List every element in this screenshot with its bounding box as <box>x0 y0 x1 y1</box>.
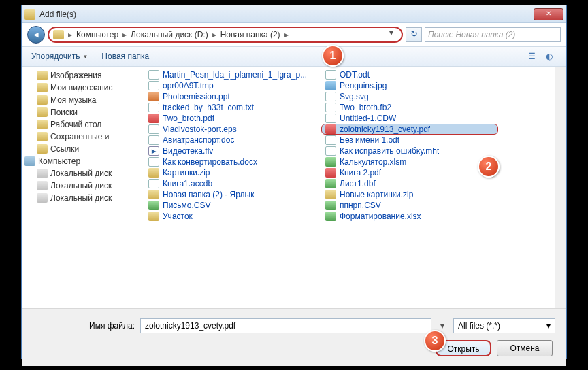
file-item[interactable]: Книга1.accdb <box>144 178 321 189</box>
file-item[interactable]: Photoemission.ppt <box>144 91 321 102</box>
tree-item[interactable]: Мои видеозапис <box>22 82 144 94</box>
chevron-right-icon[interactable]: ▸ <box>121 30 128 39</box>
tree-item[interactable]: Компьютер <box>22 155 144 167</box>
file-item[interactable]: ODT.odt <box>321 69 498 80</box>
file-list[interactable]: Martin_Pesn_lda_i_plameni_1_Igra_p...opr… <box>144 67 555 308</box>
file-item[interactable]: Vladivostok-port.eps <box>144 124 321 135</box>
file-item[interactable]: Калькулятор.xlsm <box>321 156 498 167</box>
file-icon <box>325 103 336 112</box>
file-column: Martin_Pesn_lda_i_plameni_1_Igra_p...opr… <box>144 69 321 222</box>
close-button[interactable]: ✕ <box>534 8 564 20</box>
file-item[interactable]: Участок <box>144 211 321 222</box>
chevron-right-icon[interactable]: ▸ <box>67 30 74 39</box>
tree-label: Моя музыка <box>50 95 96 105</box>
breadcrumb-folder[interactable]: Новая папка (2) <box>218 30 283 39</box>
tree-icon <box>37 181 48 190</box>
back-button[interactable]: ◄ <box>27 26 45 44</box>
file-item[interactable]: Two_broth.pdf <box>144 113 321 124</box>
file-icon <box>325 190 336 199</box>
file-item[interactable]: opr00A9T.tmp <box>144 80 321 91</box>
file-item[interactable]: Как исправить ошибку.mht <box>321 146 498 156</box>
chevron-right-icon[interactable]: ▸ <box>283 30 290 39</box>
file-name: Авиатранспорт.doc <box>163 135 234 145</box>
tree-item[interactable]: Рабочий стол <box>22 118 144 131</box>
tree-icon <box>37 132 48 141</box>
breadcrumb-computer[interactable]: Компьютер <box>74 30 121 39</box>
cancel-button[interactable]: Отмена <box>497 340 553 356</box>
file-name: Письмо.CSV <box>163 201 211 210</box>
file-icon <box>148 190 159 199</box>
view-mode-button[interactable]: ☰ <box>524 50 539 63</box>
file-name: Без имени 1.odt <box>340 135 399 145</box>
filename-input[interactable] <box>140 318 431 333</box>
file-name: Martin_Pesn_lda_i_plameni_1_Igra_p... <box>163 70 307 80</box>
filter-label: All files (*.*) <box>458 321 500 331</box>
file-item[interactable]: Книга 2.pdf <box>321 167 498 178</box>
tree-icon <box>37 193 48 203</box>
file-item[interactable]: zolotnicky1913_cvety.pdf <box>321 124 498 135</box>
file-icon <box>325 179 336 188</box>
file-item[interactable]: tracked_by_h33t_com.txt <box>144 102 321 113</box>
file-item[interactable]: Svg.svg <box>321 91 498 102</box>
file-column: ODT.odtPenguins.jpgSvg.svgTwo_broth.fb2U… <box>321 69 498 222</box>
breadcrumb[interactable]: ▸ Компьютер ▸ Локальный диск (D:) ▸ Нова… <box>48 27 403 43</box>
organize-menu[interactable]: Упорядочить ▼ <box>31 52 88 61</box>
file-name: Untitled-1.CDW <box>340 114 396 123</box>
file-item[interactable]: Письмо.CSV <box>144 200 321 211</box>
bottom-panel: Имя файла: ▾ All files (*.*) ▾ Открыть О… <box>22 308 566 366</box>
file-icon <box>148 124 159 134</box>
file-item[interactable]: Лист1.dbf <box>321 178 498 189</box>
scrollbar[interactable] <box>555 67 566 308</box>
tree-item[interactable]: Локальный диск <box>22 167 144 180</box>
breadcrumb-drive[interactable]: Локальный диск (D:) <box>128 30 211 39</box>
tree-item[interactable]: Локальный диск <box>22 180 144 192</box>
file-icon <box>325 201 336 210</box>
file-icon <box>148 168 159 178</box>
newfolder-label: Новая папка <box>101 52 149 61</box>
file-item[interactable]: Two_broth.fb2 <box>321 102 498 113</box>
filter-select[interactable]: All files (*.*) ▾ <box>453 318 555 333</box>
file-name: Новая папка (2) - Ярлык <box>163 190 254 199</box>
file-item[interactable]: ппнрп.CSV <box>321 200 498 211</box>
file-name: Картинки.zip <box>163 168 210 178</box>
tree-item[interactable]: Моя музыка <box>22 94 144 106</box>
file-icon <box>148 157 159 167</box>
titlebar[interactable]: Add file(s) ✕ <box>22 5 566 23</box>
help-button[interactable]: ◐ <box>542 50 557 63</box>
file-name: Penguins.jpg <box>340 81 387 90</box>
file-item[interactable]: ▶Видеотека.flv <box>144 146 321 156</box>
file-icon <box>148 135 159 145</box>
chevron-right-icon[interactable]: ▸ <box>211 30 218 39</box>
file-item[interactable]: Авиатранспорт.doc <box>144 135 321 146</box>
file-icon <box>148 114 159 123</box>
file-item[interactable]: Untitled-1.CDW <box>321 113 498 124</box>
tree-item[interactable]: Сохраненные и <box>22 131 144 143</box>
new-folder-button[interactable]: Новая папка <box>101 52 149 61</box>
refresh-button[interactable]: ↻ <box>406 27 422 42</box>
tree-icon <box>24 156 35 166</box>
file-name: Two_broth.fb2 <box>340 103 391 112</box>
tree-item[interactable]: Поиски <box>22 106 144 118</box>
tree-label: Сохраненные и <box>50 132 109 141</box>
file-item[interactable]: Форматирование.xlsx <box>321 211 498 222</box>
tree-label: Мои видеозапис <box>50 83 113 92</box>
file-item[interactable]: Как конвертировать.docx <box>144 156 321 167</box>
body: ИзображенияМои видеозаписМоя музыкаПоиск… <box>22 67 566 308</box>
tree-item[interactable]: Локальный диск <box>22 192 144 204</box>
breadcrumb-dropdown[interactable]: ▾ <box>385 28 397 41</box>
file-item[interactable]: Penguins.jpg <box>321 80 498 91</box>
callout-2: 2 <box>478 156 500 178</box>
filename-dropdown[interactable]: ▾ <box>437 321 448 331</box>
file-item[interactable]: Без имени 1.odt <box>321 135 498 146</box>
tree-item[interactable]: Изображения <box>22 69 144 82</box>
file-name: Two_broth.pdf <box>163 114 214 123</box>
tree-icon <box>37 107 48 117</box>
file-item[interactable]: Картинки.zip <box>144 167 321 178</box>
tree-item[interactable]: Ссылки <box>22 143 144 155</box>
file-item[interactable]: Новая папка (2) - Ярлык <box>144 189 321 200</box>
tree-icon <box>37 83 48 92</box>
file-item[interactable]: Martin_Pesn_lda_i_plameni_1_Igra_p... <box>144 69 321 80</box>
tree-label: Изображения <box>50 71 101 80</box>
file-item[interactable]: Новые картинки.zip <box>321 189 498 200</box>
search-input[interactable]: Поиск: Новая папка (2) <box>425 27 561 42</box>
